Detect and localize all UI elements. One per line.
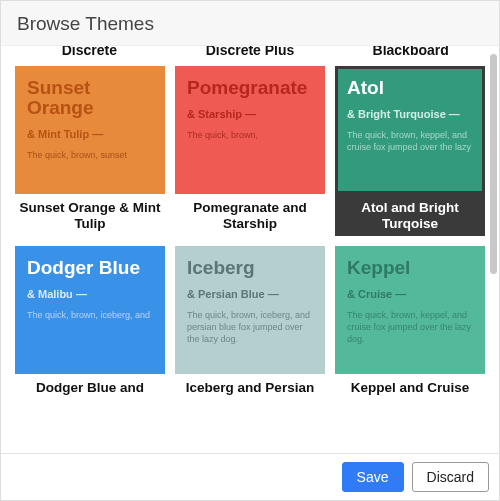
- preview-subtitle: & Starship —: [187, 108, 313, 120]
- theme-caption: Sunset Orange & Mint Tulip: [15, 194, 165, 236]
- peek-label: Discrete: [15, 46, 164, 58]
- theme-preview: Atol& Bright Turquoise —The quick, brown…: [335, 66, 485, 194]
- preview-title: Keppel: [347, 258, 473, 278]
- theme-grid: Sunset Orange& Mint Tulip —The quick, br…: [15, 66, 485, 412]
- theme-preview: Dodger Blue& Malibu —The quick, brown, i…: [15, 246, 165, 374]
- preview-title: Atol: [347, 78, 473, 98]
- theme-caption: Dodger Blue and: [15, 374, 165, 412]
- preview-title: Sunset Orange: [27, 78, 153, 118]
- theme-tile-sunset[interactable]: Sunset Orange& Mint Tulip —The quick, br…: [15, 66, 165, 236]
- theme-preview: Sunset Orange& Mint Tulip —The quick, br…: [15, 66, 165, 194]
- preview-description: The quick, brown, keppel, and cruise fox…: [347, 310, 473, 345]
- theme-caption: Atol and Bright Turqoise: [335, 194, 485, 236]
- preview-description: The quick, brown, iceberg, and persian b…: [187, 310, 313, 345]
- discard-button[interactable]: Discard: [412, 462, 489, 492]
- theme-tile-pomegranate[interactable]: Pomegranate& Starship —The quick, brown,…: [175, 66, 325, 236]
- peek-label: Blackboard: [336, 46, 485, 58]
- theme-caption: Pomegranate and Starship: [175, 194, 325, 236]
- preview-description: The quick, brown, sunset: [27, 150, 153, 162]
- preview-title: Pomegranate: [187, 78, 313, 98]
- theme-tile-iceberg[interactable]: Iceberg& Persian Blue —The quick, brown,…: [175, 246, 325, 412]
- dialog-title: Browse Themes: [1, 1, 499, 46]
- preview-subtitle: & Cruise —: [347, 288, 473, 300]
- save-button[interactable]: Save: [342, 462, 404, 492]
- theme-preview: Keppel& Cruise —The quick, brown, keppel…: [335, 246, 485, 374]
- preview-title: Iceberg: [187, 258, 313, 278]
- theme-caption: Keppel and Cruise: [335, 374, 485, 412]
- preview-description: The quick, brown, keppel, and cruise fox…: [347, 130, 473, 153]
- theme-tile-keppel[interactable]: Keppel& Cruise —The quick, brown, keppel…: [335, 246, 485, 412]
- themes-scroll-area[interactable]: Discrete Discrete Plus Blackboard Sunset…: [1, 46, 499, 453]
- scrollbar-thumb[interactable]: [490, 54, 497, 274]
- peek-label: Discrete Plus: [176, 46, 325, 58]
- preview-title: Dodger Blue: [27, 258, 153, 278]
- theme-preview: Iceberg& Persian Blue —The quick, brown,…: [175, 246, 325, 374]
- preview-subtitle: & Bright Turquoise —: [347, 108, 473, 120]
- theme-preview: Pomegranate& Starship —The quick, brown,: [175, 66, 325, 194]
- theme-caption: Iceberg and Persian: [175, 374, 325, 412]
- previous-row-captions: Discrete Discrete Plus Blackboard: [15, 46, 485, 58]
- preview-subtitle: & Mint Tulip —: [27, 128, 153, 140]
- preview-description: The quick, brown,: [187, 130, 313, 142]
- theme-tile-atol[interactable]: Atol& Bright Turquoise —The quick, brown…: [335, 66, 485, 236]
- preview-subtitle: & Malibu —: [27, 288, 153, 300]
- preview-subtitle: & Persian Blue —: [187, 288, 313, 300]
- preview-description: The quick, brown, iceberg, and: [27, 310, 153, 322]
- dialog-footer: Save Discard: [1, 453, 499, 500]
- browse-themes-dialog: Browse Themes Discrete Discrete Plus Bla…: [0, 0, 500, 501]
- theme-tile-dodger[interactable]: Dodger Blue& Malibu —The quick, brown, i…: [15, 246, 165, 412]
